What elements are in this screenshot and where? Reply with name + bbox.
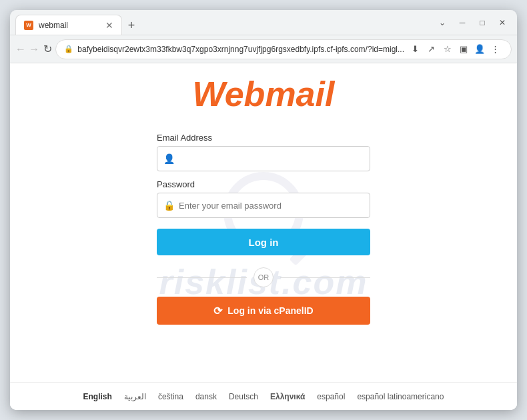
cpanel-icon: ⟳ (213, 305, 222, 317)
new-tab-button[interactable]: + (122, 16, 141, 35)
password-input[interactable] (157, 193, 370, 218)
email-label: Email Address (157, 133, 370, 143)
lang-danish[interactable]: dansk (195, 392, 217, 401)
url-text: bafybeidisqvr2ewtx3m33fkbw3q7xgpo3xrnjnn… (77, 45, 404, 54)
language-footer: English العربية čeština dansk Deutsch Ελ… (10, 382, 517, 410)
lang-arabic[interactable]: العربية (124, 392, 146, 401)
email-input[interactable] (157, 146, 370, 171)
tab-close-button[interactable]: ✕ (105, 21, 113, 30)
password-label: Password (157, 179, 370, 189)
reload-button[interactable]: ↻ (42, 40, 53, 59)
browser-window: W webmail ✕ + ⌄ ─ □ ✕ ← → ↻ 🔒 bafybeidis… (10, 10, 517, 410)
share-icon-button[interactable]: ↗ (424, 42, 439, 57)
lock-icon: 🔒 (64, 45, 73, 53)
email-input-wrapper: 👤 (157, 146, 370, 171)
window-controls: ⌄ ─ □ ✕ (433, 13, 512, 32)
lang-czech[interactable]: čeština (158, 392, 183, 401)
tab-favicon: W (24, 21, 33, 30)
password-input-wrapper: 🔒 (157, 193, 370, 218)
maximize-button[interactable]: □ (473, 13, 492, 32)
or-line-right (280, 277, 370, 278)
menu-icon-button[interactable]: ⋮ (488, 42, 503, 57)
cpanel-button-label: Log in via cPanelID (227, 305, 313, 316)
tab-title: webmail (39, 21, 68, 30)
lang-spanish[interactable]: español (317, 392, 345, 401)
minimize-button[interactable]: ─ (453, 13, 472, 32)
title-bar: W webmail ✕ + ⌄ ─ □ ✕ (10, 10, 517, 35)
lang-german[interactable]: Deutsch (229, 392, 258, 401)
or-divider: OR (157, 267, 370, 287)
page-content: risklist.com Webmail Email Address 👤 Pas… (10, 63, 517, 410)
lang-greek[interactable]: Ελληνικά (270, 392, 305, 401)
main-form: Webmail Email Address 👤 Password 🔒 Log i… (10, 63, 517, 382)
login-button[interactable]: Log in (157, 229, 370, 255)
or-line-left (157, 277, 247, 278)
webmail-logo: Webmail (193, 77, 335, 111)
address-actions: ⬇ ↗ ☆ ▣ 👤 ⋮ (408, 42, 503, 57)
forward-button[interactable]: → (29, 40, 39, 59)
address-bar-row: ← → ↻ 🔒 bafybeidisqvr2ewtx3m33fkbw3q7xgp… (10, 35, 517, 63)
profile-icon-button[interactable]: 👤 (472, 42, 487, 57)
tab-bar: W webmail ✕ + (15, 10, 433, 35)
star-icon-button[interactable]: ☆ (440, 42, 455, 57)
user-icon: 👤 (163, 153, 175, 164)
lang-english[interactable]: English (83, 392, 112, 401)
back-button[interactable]: ← (15, 40, 26, 59)
sidebar-toggle-button[interactable]: ▣ (456, 42, 471, 57)
download-icon-button[interactable]: ⬇ (408, 42, 423, 57)
lang-spanish-la[interactable]: español latinoamericano (357, 392, 444, 401)
chevron-icon-button[interactable]: ⌄ (433, 13, 452, 32)
active-tab[interactable]: W webmail ✕ (15, 15, 122, 35)
cpanel-login-button[interactable]: ⟳ Log in via cPanelID (157, 297, 370, 325)
lock-icon: 🔒 (163, 200, 175, 211)
close-button[interactable]: ✕ (493, 13, 512, 32)
login-form: Email Address 👤 Password 🔒 Log in OR (157, 125, 370, 325)
or-circle: OR (253, 267, 274, 287)
address-bar[interactable]: 🔒 bafybeidisqvr2ewtx3m33fkbw3q7xgpo3xrnj… (55, 39, 512, 59)
